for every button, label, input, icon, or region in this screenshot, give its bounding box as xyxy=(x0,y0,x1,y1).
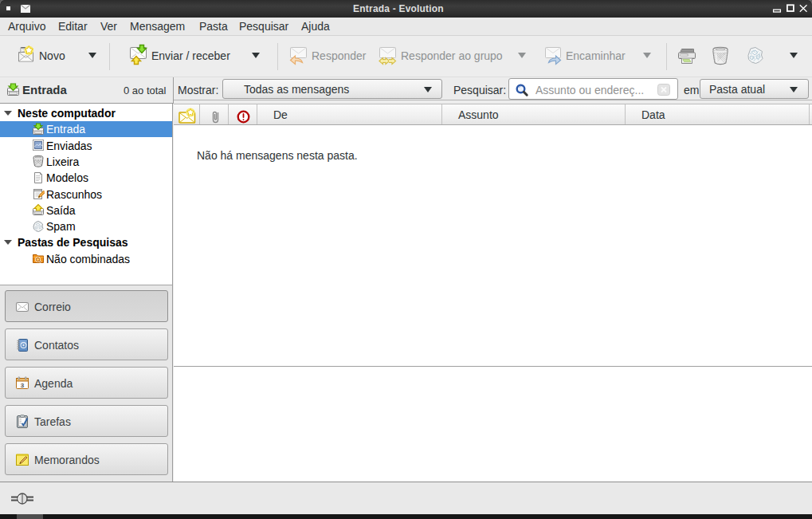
svg-text:3: 3 xyxy=(21,382,25,389)
